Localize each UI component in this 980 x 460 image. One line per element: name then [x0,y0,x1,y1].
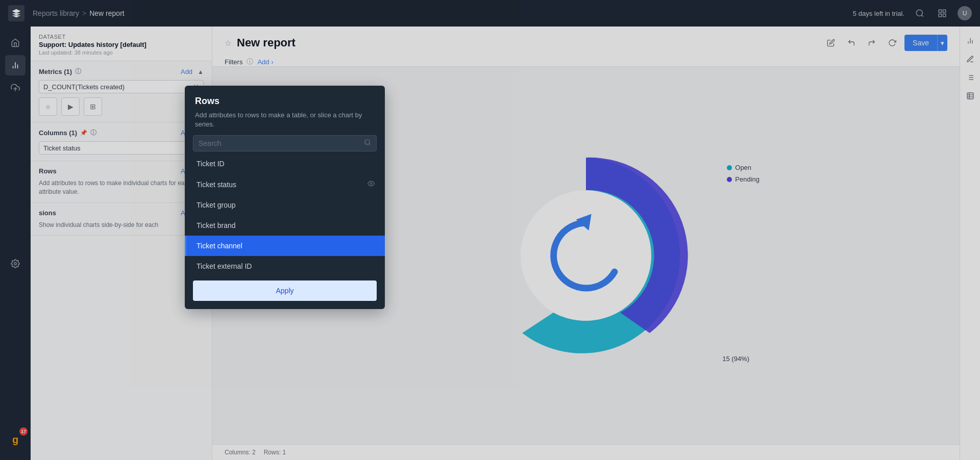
footer-rows: Rows: 1 [264,449,286,456]
metrics-chip-label: D_COUNT(Tickets created) [43,83,125,91]
metrics-add-button[interactable]: Add [181,68,192,75]
filters-label: Filters [225,58,242,66]
svg-rect-2 [939,10,941,12]
chart-type-row: ○ ▶ ⊞ [39,97,204,116]
undo-icon-button[interactable] [843,35,860,51]
legend-item-pending: Pending [727,175,760,183]
user-avatar[interactable]: U [958,6,972,20]
search-input[interactable] [199,139,360,147]
svg-rect-22 [967,93,973,99]
app-logo[interactable] [8,5,24,21]
report-title: New report [237,36,296,49]
list-item-label-ticket-id: Ticket ID [197,160,225,168]
dimensions-help-text: Show individual charts side-by-side for … [39,221,204,229]
breadcrumb: Reports library > New report [33,9,849,17]
sidebar-item-upload[interactable] [5,78,26,98]
edit-icon-button[interactable] [823,35,839,51]
list-item-ticket-external-id[interactable]: Ticket external ID [185,256,385,276]
svg-rect-4 [939,14,941,17]
grid-nav-icon[interactable] [935,6,949,20]
rows-title: Rows [39,167,57,175]
redo-icon-button[interactable] [864,35,880,51]
sidebar-item-settings[interactable] [5,253,26,274]
chart-type-circle[interactable]: ○ [39,97,57,116]
list-item-ticket-channel[interactable]: Ticket channel [185,236,385,256]
right-sidebar [960,27,980,460]
columns-title: Columns (1) 📌 ⓘ [39,129,96,137]
list-item-ticket-status[interactable]: Ticket status [185,174,385,195]
svg-line-1 [921,15,923,16]
rows-section-header: Rows Add ▲ [39,167,204,175]
chart-type-grid[interactable]: ⊞ [84,97,102,116]
notification-badge: 17 [19,427,28,436]
columns-info-icon2[interactable]: ⓘ [90,129,96,137]
search-box [193,135,377,151]
metrics-chip: D_COUNT(Tickets created) ✕ [39,80,204,93]
list-item-ticket-group[interactable]: Ticket group [185,195,385,215]
svg-point-11 [521,190,651,321]
modal-title: Rows [195,96,375,107]
dataset-header: Dataset Support: Updates history [defaul… [31,27,212,61]
notif-badge-container: g 17 [5,429,26,450]
filters-add-button[interactable]: Add › [257,58,273,66]
breadcrumb-separator: > [82,9,86,17]
sidebar-item-home[interactable] [5,33,26,53]
report-header: ☆ New report Save [212,27,960,67]
breadcrumb-current: New report [89,9,124,17]
list-item-ticket-brand[interactable]: Ticket brand [185,215,385,236]
chart-percent-label: 15 (94%) [722,355,749,363]
apply-button[interactable]: Apply [193,280,377,301]
main-layout: g 17 Dataset Support: Updates history [d… [0,27,980,460]
top-nav: Reports library > New report 5 days left… [0,0,980,27]
metrics-info-icon[interactable]: ⓘ [75,67,81,76]
donut-chart-container: Open Pending 15 (94%) [463,133,708,378]
search-icon [364,139,371,148]
right-chart-icon[interactable] [962,33,978,49]
chart-legend: Open Pending [727,164,760,183]
legend-item-open: Open [727,164,760,171]
svg-rect-3 [943,10,946,12]
save-button[interactable]: Save [904,35,937,51]
svg-line-27 [369,144,371,145]
svg-rect-5 [943,14,946,17]
footer-bar: Columns: 2 Rows: 1 [212,444,960,460]
report-title-row: ☆ New report Save [225,35,947,51]
save-dropdown-button[interactable]: ▾ [937,35,947,51]
sidebar-item-analytics[interactable] [5,55,26,75]
legend-dot-pending [727,177,732,182]
rows-help-text: Add attributes to rows to make individua… [39,179,204,196]
eye-icon-ticket-status[interactable] [368,180,375,189]
svg-point-10 [14,263,17,265]
search-nav-icon[interactable] [913,6,927,20]
list-item-label-ticket-brand: Ticket brand [197,221,236,229]
modal-description: Add attributes to rows to make a table, … [195,111,375,129]
columns-info-icon[interactable]: 📌 [80,130,87,136]
legend-label-open: Open [735,164,751,171]
metrics-title: Metrics (1) ⓘ [39,67,81,76]
notification-avatar-container: g 17 [5,429,26,454]
breadcrumb-parent[interactable]: Reports library [33,9,79,17]
chart-type-bar[interactable]: ▶ [61,97,80,116]
donut-chart-svg [463,133,708,378]
columns-chip: Ticket status ✕ [39,141,204,155]
favorite-star-icon[interactable]: ☆ [225,38,232,48]
list-item-label-ticket-channel: Ticket channel [197,242,242,250]
list-item-label-ticket-group: Ticket group [197,201,236,209]
metrics-collapse-button[interactable]: ▲ [198,68,204,75]
metrics-section-header: Metrics (1) ⓘ Add ▲ [39,67,204,76]
filters-info-icon[interactable]: ⓘ [247,57,253,66]
nav-right: 5 days left in trial. U [853,6,972,20]
svg-point-0 [916,10,922,16]
refresh-icon-button[interactable] [884,35,900,51]
list-item-ticket-id[interactable]: Ticket ID [185,154,385,174]
icon-sidebar: g 17 [0,27,31,460]
svg-point-26 [365,140,370,144]
list-item-label-ticket-status: Ticket status [197,181,236,189]
columns-section-header: Columns (1) 📌 ⓘ Add ▲ [39,129,204,137]
right-table-icon[interactable] [962,88,978,104]
trial-text: 5 days left in trial. [853,10,904,17]
right-edit-icon[interactable] [962,51,978,67]
dataset-name: Support: Updates history [default] [39,41,204,48]
right-sort-icon[interactable] [962,69,978,86]
modal-header: Rows Add attributes to rows to make a ta… [185,86,385,135]
